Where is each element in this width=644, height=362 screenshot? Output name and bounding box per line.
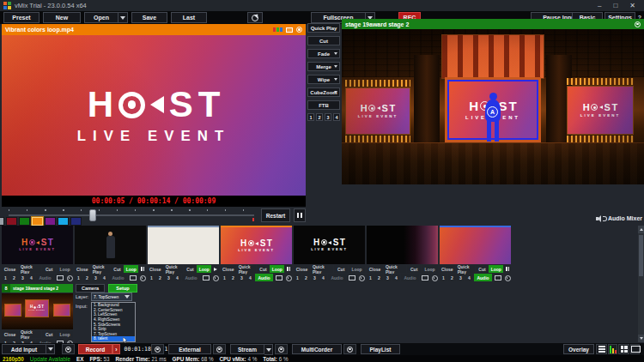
- gear-icon[interactable]: [502, 274, 511, 281]
- input-audio-button[interactable]: Audio: [401, 274, 419, 281]
- multicorder-button[interactable]: MultiCorder: [292, 344, 342, 354]
- input-cut-button[interactable]: Cut: [334, 265, 348, 273]
- input-quickplay-button[interactable]: Quick Play: [164, 265, 184, 273]
- stream-button[interactable]: Stream: [230, 344, 264, 354]
- input-number-3[interactable]: 3: [165, 274, 173, 281]
- talent-silhouette[interactable]: A: [483, 93, 502, 142]
- open-button[interactable]: Open: [84, 12, 118, 23]
- monitor-icon[interactable]: [274, 274, 283, 281]
- stream-dropdown-arrow[interactable]: [264, 344, 273, 355]
- input-loop-button[interactable]: Loop: [197, 265, 211, 273]
- scroll-down-arrow[interactable]: [638, 335, 644, 342]
- open-dropdown-arrow[interactable]: [118, 12, 128, 23]
- merge-button[interactable]: Merge: [307, 62, 340, 71]
- preview-pause-button[interactable]: [294, 208, 306, 222]
- input-number-2[interactable]: 2: [10, 274, 18, 281]
- close-button[interactable]: ✕: [629, 0, 635, 11]
- input-close-button[interactable]: Close: [148, 265, 163, 273]
- input-quickplay-button[interactable]: Quick Play: [237, 265, 257, 273]
- input-close-button[interactable]: Close: [294, 265, 310, 273]
- input-number-1[interactable]: 1: [294, 274, 301, 281]
- save-button[interactable]: Save: [131, 12, 167, 23]
- playlist-settings-gear[interactable]: [343, 344, 356, 354]
- input-loop-button[interactable]: Loop: [270, 265, 284, 273]
- gear-icon[interactable]: [137, 274, 146, 281]
- cut-button[interactable]: Cut: [307, 36, 340, 45]
- input-thumbnail[interactable]: [367, 226, 438, 264]
- gear-icon[interactable]: [635, 21, 641, 27]
- input-number-4[interactable]: 4: [246, 274, 254, 281]
- input-thumbnail[interactable]: HSTLIVE EVENT: [221, 226, 292, 264]
- preview-monitor[interactable]: HSTLIVE EVENT: [2, 35, 306, 196]
- input-number-1[interactable]: 1: [221, 274, 228, 281]
- color-swatch[interactable]: [6, 217, 17, 226]
- audio-mixer-header[interactable]: Audio Mixer: [550, 213, 642, 224]
- input-audio-button[interactable]: Audio: [182, 274, 200, 281]
- scrollbar-thumb[interactable]: [639, 235, 643, 276]
- input-thumbnail[interactable]: [75, 226, 146, 264]
- input-cut-button[interactable]: Cut: [257, 265, 269, 273]
- refresh-button[interactable]: [247, 12, 263, 23]
- slider-handle[interactable]: [89, 209, 96, 221]
- input-quickplay-button[interactable]: Quick Play: [456, 265, 476, 273]
- camera-button[interactable]: Camera: [76, 284, 105, 293]
- monitor-icon[interactable]: [201, 274, 210, 281]
- input-thumbnail[interactable]: HSTLIVE EVENT: [2, 226, 73, 264]
- inputs-scrollbar[interactable]: [638, 226, 644, 342]
- gear-icon[interactable]: [210, 274, 219, 281]
- input-number-2[interactable]: 2: [156, 274, 164, 281]
- input-number-2[interactable]: 2: [229, 274, 237, 281]
- add-input-button[interactable]: Add Input: [2, 344, 46, 354]
- ftb-button[interactable]: FTB: [307, 100, 340, 110]
- layers-icon[interactable]: [286, 27, 293, 33]
- input-close-button[interactable]: Close: [75, 265, 90, 273]
- update-available-link[interactable]: Update Available: [30, 356, 70, 362]
- quick-play-button[interactable]: Quick Play: [307, 23, 340, 33]
- input-cut-button[interactable]: Cut: [476, 265, 488, 273]
- input-number-3[interactable]: 3: [311, 274, 319, 281]
- setup-button[interactable]: Setup: [108, 284, 137, 293]
- new-button[interactable]: New: [43, 12, 81, 23]
- wipe-button[interactable]: Wipe: [307, 75, 340, 84]
- input-number-2[interactable]: 2: [448, 274, 456, 281]
- multicorder-settings-gear[interactable]: [275, 344, 288, 354]
- stream-settings-gear[interactable]: [213, 344, 226, 354]
- overlay-3-button[interactable]: 3: [325, 113, 331, 121]
- input-number-1[interactable]: 1: [2, 274, 9, 281]
- input-close-button[interactable]: Close: [2, 330, 18, 338]
- input-loop-button[interactable]: Loop: [489, 265, 503, 273]
- input-number-3[interactable]: 3: [384, 274, 392, 281]
- input-cut-button[interactable]: Cut: [407, 265, 421, 273]
- add-input-dropdown-arrow[interactable]: [46, 344, 55, 354]
- input-close-button[interactable]: Close: [2, 265, 18, 273]
- input-number-4[interactable]: 4: [27, 274, 35, 281]
- input-audio-button[interactable]: Audio: [36, 274, 54, 281]
- external-settings-gear[interactable]: [151, 344, 164, 354]
- monitor-icon[interactable]: [493, 274, 501, 281]
- monitor-icon[interactable]: [420, 274, 428, 281]
- input-cut-button[interactable]: Cut: [184, 265, 196, 273]
- gear-icon[interactable]: [64, 274, 73, 281]
- input-number-4[interactable]: 4: [100, 274, 108, 281]
- color-palette-icon[interactable]: [273, 27, 283, 32]
- input-quickplay-button[interactable]: Quick Play: [384, 265, 406, 273]
- layer-option[interactable]: 8. talent: [92, 336, 135, 341]
- color-swatch[interactable]: [45, 217, 56, 226]
- input-number-1[interactable]: 1: [440, 274, 447, 281]
- input-audio-button[interactable]: Audio: [328, 274, 346, 281]
- input-close-button[interactable]: Close: [221, 265, 236, 273]
- input-cut-button[interactable]: Cut: [42, 265, 56, 273]
- overlay-button[interactable]: Overlay: [563, 344, 594, 354]
- overlay-4-button[interactable]: 4: [333, 113, 340, 121]
- input-loop-button[interactable]: Loop: [57, 330, 73, 338]
- fade-button[interactable]: Fade: [307, 49, 340, 58]
- record-settings-gear[interactable]: [62, 344, 75, 354]
- program-input-label[interactable]: 8 stage 19award stage 2: [2, 284, 73, 293]
- input-quickplay-button[interactable]: Quick Play: [19, 330, 41, 338]
- input-loop-button[interactable]: Loop: [57, 265, 73, 273]
- input-cut-button[interactable]: Cut: [42, 330, 56, 338]
- color-swatch[interactable]: [19, 217, 30, 226]
- record-expand-arrow[interactable]: ›: [112, 344, 120, 354]
- scroll-up-arrow[interactable]: [638, 226, 644, 233]
- input-audio-button[interactable]: Audio: [255, 274, 273, 281]
